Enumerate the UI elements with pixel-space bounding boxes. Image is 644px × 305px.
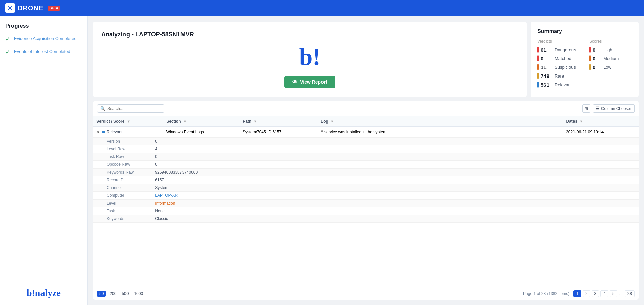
content-area: Analyzing - LAPTOP-58SN1MVR b! 👁 View Re… [88, 16, 644, 305]
grid-icon: ⊞ [585, 106, 588, 111]
verdict-text: Relevant [107, 130, 122, 134]
th-verdict: Verdict / Score ▼ [93, 116, 163, 127]
analyzing-logo: b! [299, 45, 320, 69]
detail-value: Classic [155, 216, 168, 221]
page-size-500[interactable]: 500 [120, 291, 130, 297]
page-size-200[interactable]: 200 [108, 291, 118, 297]
brand-logo: b!nalyze [5, 287, 82, 298]
filter-icon-verdict[interactable]: ▼ [127, 119, 130, 123]
progress-label-events: Events of Interest Completed [14, 49, 71, 55]
column-chooser-icon: ☰ [596, 106, 600, 111]
verdict-label: Matched [555, 56, 571, 61]
detail-label: RecordID [107, 178, 154, 182]
page-btn-5[interactable]: 5 [610, 290, 617, 297]
view-report-button[interactable]: 👁 View Report [284, 76, 335, 88]
filter-icon-path[interactable]: ▼ [253, 119, 257, 123]
page-size-1000[interactable]: 1000 [133, 291, 144, 297]
summary-row: 0 Matched 0 Medium [537, 55, 632, 61]
th-section: Section ▼ [163, 116, 239, 127]
summary-row: 11 Suspicious 0 Low [537, 64, 632, 70]
verdict-count: 561 [541, 82, 553, 88]
detail-value: 4 [155, 147, 157, 151]
detail-value: System [155, 185, 168, 190]
progress-item-events: ✓ Events of Interest Completed [5, 49, 82, 56]
detail-cell: Level Raw 4 [93, 145, 639, 153]
verdict-bar [537, 82, 539, 88]
top-row: Analyzing - LAPTOP-58SN1MVR b! 👁 View Re… [93, 22, 639, 97]
detail-cell: Channel System [93, 184, 639, 192]
score-bar [589, 55, 591, 61]
table-body: ▼ Relevant Windows Event Logs System/704… [93, 127, 639, 223]
cell-path: System/7045 ID:6157 [239, 127, 317, 138]
th-log-label: Log [321, 119, 328, 124]
score-count: 0 [593, 56, 601, 61]
search-input[interactable] [107, 106, 161, 111]
detail-value: LAPTOP-XR [155, 193, 178, 198]
page-size-50[interactable]: 50 [97, 291, 106, 297]
detail-value: 0 [155, 154, 157, 159]
scores-header: Scores [589, 39, 632, 44]
page-btn-4[interactable]: 4 [600, 290, 608, 297]
verdict-section: 749 Rare [537, 73, 589, 79]
score-bar [589, 47, 591, 53]
verdict-count: 11 [541, 64, 553, 70]
detail-cell: Task Raw 0 [93, 153, 639, 161]
table-detail-row: Version 0 [93, 138, 639, 145]
detail-label: Opcode Raw [107, 162, 154, 167]
page-btn-1[interactable]: 1 [573, 290, 581, 297]
grid-view-button[interactable]: ⊞ [582, 104, 590, 113]
cell-log: A service was installed in the system [317, 127, 563, 138]
filter-icon-section[interactable]: ▼ [183, 119, 187, 123]
summary-row: 61 Dangerous 0 High [537, 47, 632, 53]
check-icon-events: ✓ [5, 49, 10, 56]
table-footer: 50 200 500 1000 Page 1 of 28 (1382 items… [93, 287, 639, 300]
table-header: Verdict / Score ▼ Section ▼ [93, 116, 639, 127]
score-label: Medium [603, 56, 619, 61]
verdict-dot [102, 131, 105, 133]
table-detail-row: Level Information [93, 200, 639, 207]
data-table: Verdict / Score ▼ Section ▼ [93, 116, 639, 223]
search-box: 🔍 [97, 104, 164, 113]
main-layout: Progress ✓ Evidence Acquisition Complete… [0, 16, 644, 305]
page-btn-2[interactable]: 2 [583, 290, 590, 297]
table-detail-row: Computer LAPTOP-XR [93, 192, 639, 200]
verdict-bar [537, 73, 539, 79]
logo-area: DRONE BETA [5, 3, 60, 13]
score-count: 0 [593, 47, 601, 53]
pagination: Page 1 of 28 (1382 items) 1 2 3 4 5 ... … [523, 290, 635, 297]
verdict-bar [537, 47, 539, 53]
detail-cell: Version 0 [93, 138, 639, 145]
verdict-label: Dangerous [555, 47, 576, 52]
detail-value: 9259400833873740000 [155, 170, 198, 175]
verdict-section: 11 Suspicious [537, 64, 589, 70]
table-wrapper: Verdict / Score ▼ Section ▼ [93, 116, 639, 287]
score-section: 0 High [589, 47, 632, 53]
filter-icon-log[interactable]: ▼ [330, 119, 334, 123]
progress-item-evidence: ✓ Evidence Acquisition Completed [5, 36, 82, 43]
column-chooser-button[interactable]: ☰ Column Chooser [593, 104, 635, 113]
page-btn-28[interactable]: 28 [625, 290, 635, 297]
score-section: 0 Low [589, 64, 632, 70]
check-icon-evidence: ✓ [5, 36, 10, 43]
table-detail-row: Keywords Classic [93, 215, 639, 223]
detail-label: Keywords [107, 216, 154, 221]
verdict-label: Rare [555, 73, 564, 79]
score-count: 0 [593, 64, 601, 70]
verdict-count: 61 [541, 47, 553, 53]
score-label: High [603, 47, 612, 52]
table-detail-row: Channel System [93, 184, 639, 192]
table-toolbar: 🔍 ⊞ ☰ Column Chooser [93, 101, 639, 116]
th-dates-label: Dates [566, 119, 578, 124]
filter-icon-dates[interactable]: ▼ [579, 119, 583, 123]
detail-label: Keywords Raw [107, 170, 154, 175]
detail-label: Level [107, 201, 154, 206]
view-report-label: View Report [300, 79, 327, 85]
page-btn-3[interactable]: 3 [592, 290, 599, 297]
sidebar-brand: b!nalyze [5, 281, 82, 298]
detail-value: None [155, 209, 165, 213]
table-detail-row: Level Raw 4 [93, 145, 639, 153]
detail-cell: Level Information [93, 200, 639, 207]
detail-cell: Computer LAPTOP-XR [93, 192, 639, 200]
table-row-main: ▼ Relevant Windows Event Logs System/704… [93, 127, 639, 138]
expand-arrow[interactable]: ▼ [96, 130, 100, 134]
